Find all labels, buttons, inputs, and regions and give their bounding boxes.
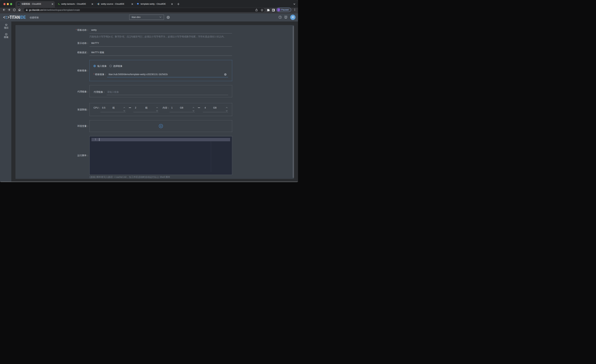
svg-text:</>: </> bbox=[137, 3, 138, 4]
svg-text:JS: JS bbox=[98, 4, 99, 5]
svg-text:>: > bbox=[19, 3, 20, 5]
